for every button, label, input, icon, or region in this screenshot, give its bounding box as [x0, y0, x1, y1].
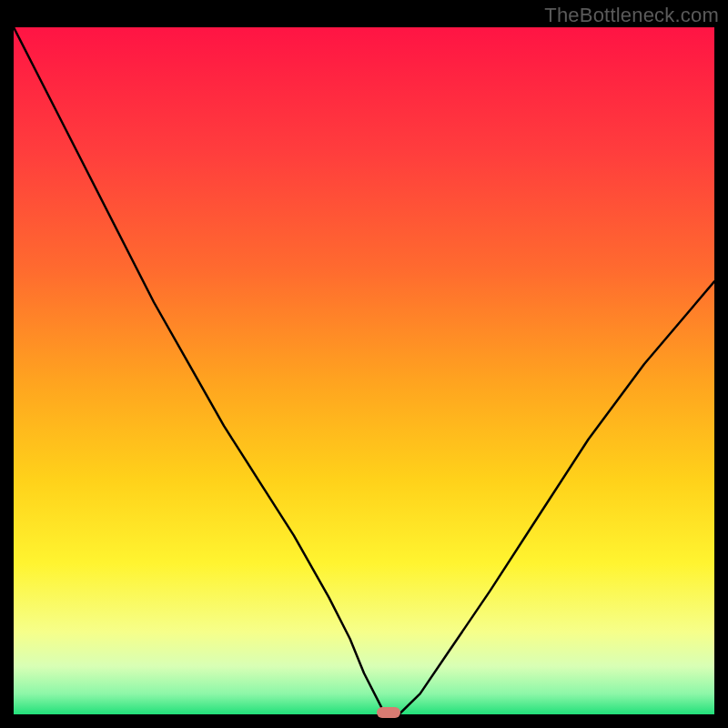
plot-area [14, 27, 714, 714]
chart-frame: TheBottleneck.com [0, 0, 728, 728]
gradient-background [14, 27, 714, 714]
optimal-point-marker [377, 707, 400, 718]
watermark-text: TheBottleneck.com [544, 4, 719, 27]
plot-svg [14, 27, 714, 714]
